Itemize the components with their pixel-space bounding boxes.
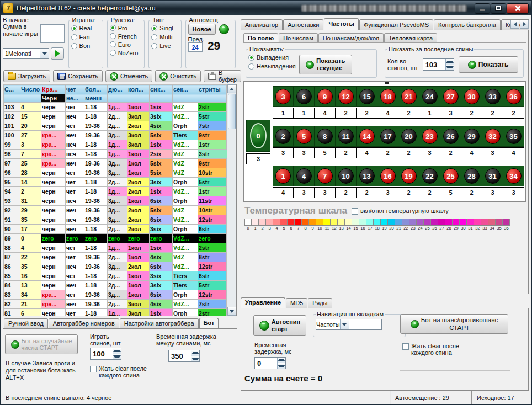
field-number-cell[interactable]: 27: [440, 86, 461, 107]
scroll-down-icon[interactable]: [227, 307, 236, 316]
field-number-cell[interactable]: 5: [294, 126, 315, 147]
table-row[interactable]: 8635черннеч19-363д...2кол6sixVdZ...12str: [4, 262, 227, 271]
col-header[interactable]: кол...: [127, 85, 150, 94]
field-number-cell[interactable]: 16: [377, 166, 398, 186]
table-row[interactable]: 10027кра...неч19-363д...3кол5sixTiers9st…: [4, 131, 227, 140]
spin-up-icon[interactable]: [278, 358, 285, 363]
table-row[interactable]: 10215черннеч1-182д...3кол3sixVdZ...5str: [4, 112, 227, 121]
table-row[interactable]: 9135черннеч19-363д...2кол6sixVdZ...12str: [4, 215, 227, 225]
bot-delay-value[interactable]: 350: [169, 350, 191, 361]
field-number-cell[interactable]: 4: [294, 166, 315, 186]
field-number-cell[interactable]: 1: [273, 166, 294, 186]
count-stepper[interactable]: 103: [423, 58, 454, 71]
col-header[interactable]: стриты: [198, 85, 227, 94]
field-number-cell[interactable]: 12: [336, 86, 357, 107]
random-bot-start-button[interactable]: Бот на случайные числа СТАРТ: [5, 334, 78, 354]
tab-autograbber[interactable]: Автограббер номеров: [49, 318, 119, 328]
maximize-button[interactable]: [491, 3, 506, 14]
table-row[interactable]: 9725кра...неч19-363д...1кол5sixVdZ9str: [4, 159, 227, 168]
field-number-cell[interactable]: 11: [336, 126, 357, 147]
table-scrollbar[interactable]: [227, 84, 236, 316]
spins-value[interactable]: 100: [91, 348, 113, 359]
field-number-cell[interactable]: 15: [357, 86, 377, 107]
field-number-cell[interactable]: 34: [503, 166, 524, 186]
tab-autobets[interactable]: Автоставки: [283, 19, 323, 30]
radio-multi[interactable]: Multi: [151, 33, 178, 41]
radio-nozero[interactable]: NoZero: [110, 49, 142, 57]
col-header[interactable]: дю...: [108, 85, 127, 94]
table-row[interactable]: 8221кра...неч19-362д...3кол4sixVdZ...7st…: [4, 300, 227, 309]
spin-down-icon[interactable]: [113, 354, 121, 359]
tab-scroll-left-icon[interactable]: [510, 20, 519, 29]
undo-button[interactable]: Отменить: [105, 70, 152, 82]
close-button[interactable]: [507, 3, 529, 14]
field-number-cell[interactable]: 19: [398, 166, 419, 186]
col-header[interactable]: бол...: [84, 85, 108, 94]
tab-bankroll[interactable]: Контроль банкролла: [434, 19, 501, 30]
col-header[interactable]: Кра...: [41, 85, 66, 94]
scroll-track[interactable]: [227, 130, 236, 307]
field-number-cell[interactable]: 17: [377, 126, 398, 147]
load-button[interactable]: Загрузить: [3, 70, 50, 82]
field-number-cell[interactable]: 30: [461, 86, 482, 107]
radio-french[interactable]: French: [110, 32, 142, 40]
table-row[interactable]: 993кра...неч1-181д...3кол1sixVdZ...1str: [4, 140, 227, 150]
tab-rows[interactable]: Ряды: [308, 298, 332, 308]
col-header[interactable]: чет: [66, 85, 84, 94]
tab-grabber-settings[interactable]: Настройки автограббера: [120, 318, 199, 328]
radio-euro[interactable]: Euro: [110, 40, 142, 49]
radio-misses[interactable]: Невыпадения: [248, 62, 296, 71]
field-number-cell[interactable]: 33: [482, 86, 503, 107]
radio-bon[interactable]: Bon: [71, 41, 100, 50]
tab-heatmap[interactable]: Тепловая карта: [384, 33, 437, 42]
bot-delay-stepper[interactable]: 350: [168, 350, 200, 362]
buffer-button[interactable]: В буфер: [204, 70, 241, 82]
field-number-cell[interactable]: 2: [273, 126, 294, 147]
col-header[interactable]: Число: [20, 85, 41, 94]
table-row[interactable]: 942чернчет1-181д...2кол1sixVdZ...1str: [4, 187, 227, 196]
table-row[interactable]: 987кра...неч1-181д...1кол2sixVdZ3str: [4, 150, 227, 159]
table-row[interactable]: 8334кра...чет19-363д...1кол6sixOrph12str: [4, 290, 227, 300]
field-number-cell[interactable]: 13: [357, 166, 377, 186]
field-number-cell[interactable]: 21: [398, 86, 419, 107]
field-number-cell[interactable]: 8: [315, 126, 336, 147]
control-delay-value[interactable]: 0: [255, 358, 277, 369]
table-row[interactable]: 9017черннеч1-182д...2кол3sixOrph6str: [4, 225, 227, 234]
radio-singl[interactable]: Singl: [151, 24, 178, 33]
field-number-cell[interactable]: 6: [294, 86, 315, 107]
chance-bot-start-button[interactable]: Бот на шанс/противошанс СТАРТ: [400, 314, 508, 334]
tab-bot[interactable]: Бот: [199, 318, 219, 328]
tab-frequencies[interactable]: Частоты: [324, 18, 358, 30]
new-button[interactable]: Новое: [188, 24, 216, 35]
field-number-cell[interactable]: 3: [273, 86, 294, 107]
autospin-start-button[interactable]: Автоспин старт: [253, 315, 306, 336]
table-row[interactable]: 9514чернчет1-182д...2кол3sixOrph5str: [4, 178, 227, 187]
nav-dropdown[interactable]: Частоты: [316, 319, 382, 330]
tab-by-numbers[interactable]: По числам: [279, 33, 318, 42]
show-current-button[interactable]: Показать текущие: [299, 55, 352, 74]
table-row[interactable]: 1034чернчет1-181д...1кол1sixVdZ2str: [4, 103, 227, 112]
field-number-cell[interactable]: 25: [440, 166, 461, 186]
chevron-down-icon[interactable]: [340, 319, 349, 329]
table-row[interactable]: 884чернчет1-181д...1кол1sixVdZ...2str: [4, 243, 227, 253]
spins-stepper[interactable]: 100: [90, 348, 121, 360]
table-row[interactable]: 9331черннеч19-363д...1кол6sixOrph11str: [4, 196, 227, 206]
tab-pseudoms[interactable]: Функционал PsevdoMS: [359, 19, 433, 30]
spin-up-icon[interactable]: [446, 59, 454, 65]
table-row[interactable]: 8516чернчет1-182д...1кол3sixTiers6str: [4, 271, 227, 281]
radio-hits[interactable]: Выпадения: [248, 53, 296, 62]
scroll-thumb[interactable]: [228, 94, 236, 129]
field-number-cell[interactable]: 23: [419, 126, 440, 147]
spin-up-icon[interactable]: [191, 350, 199, 356]
bot-clear-checkbox[interactable]: Жать clear после каждого спина: [90, 365, 147, 379]
field-number-cell[interactable]: 26: [440, 126, 461, 147]
tab-control[interactable]: Управление: [241, 297, 285, 308]
tab-by-chances[interactable]: По шансам/дюж/кол: [318, 33, 384, 42]
tab-analyzer[interactable]: Анализатор: [241, 19, 283, 30]
scroll-up-icon[interactable]: [227, 84, 236, 93]
field-number-cell[interactable]: 32: [482, 126, 503, 147]
autoshift-ball-icon[interactable]: [219, 24, 229, 34]
clear-button[interactable]: Очистить: [155, 70, 201, 82]
chevron-down-icon[interactable]: [40, 49, 49, 58]
count-value[interactable]: 103: [423, 59, 445, 70]
